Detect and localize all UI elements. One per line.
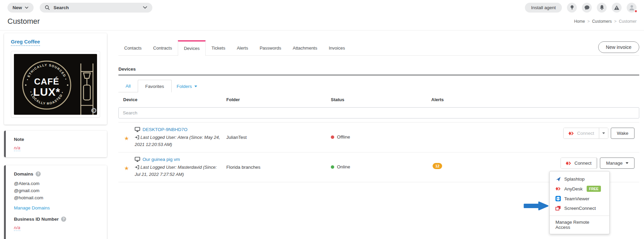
business-id-label-row: Business ID Number ? [14,217,99,222]
lightbulb-icon [569,5,575,10]
device-name-line[interactable]: Our guinea pig vm [135,157,226,162]
notifications-button[interactable] [597,3,607,13]
business-id-value[interactable]: n/a [14,225,20,231]
manage-remote-access-item[interactable]: Manage Remote Access [550,216,609,234]
search-scope-chevron-icon[interactable] [143,6,147,9]
alerts-badge[interactable]: 12 [433,163,442,169]
favorite-star-icon[interactable]: ★ [124,135,129,141]
breadcrumb-home[interactable]: Home [574,19,585,24]
last-logged-text: Last Logged User: Masterdavid (Since: Ju… [135,164,222,178]
chat-button[interactable] [582,3,592,13]
subtab-favorites[interactable]: Favorites [138,80,172,92]
table-row: ★ Our guinea pig vm Last Logged User: Ma… [118,152,639,182]
customer-sidebar: Greg Coffee • ETHICALLY SOURCED • [4,33,107,239]
connect-dropdown-menu: Splashtop AnyDesk FREE [549,171,610,234]
status-cell: Online [331,157,431,169]
domains-help-icon[interactable]: ? [36,171,41,177]
anydesk-icon [555,186,561,191]
connect-button[interactable]: Connect [564,128,599,139]
customer-profile-card: Greg Coffee • ETHICALLY SOURCED • [4,33,107,125]
devices-table-header: Device Folder Status Alerts [118,92,639,107]
tab-alerts[interactable]: Alerts [231,40,254,55]
devices-subtabs: All Favorites Folders [118,80,639,92]
status-cell: Offline [331,127,431,140]
status-text: Online [337,164,350,169]
tab-contracts[interactable]: Contracts [147,40,178,55]
device-name-link[interactable]: DESKTOP-9NBHD7O [143,127,188,132]
menu-item-label: ScreenConnect [564,206,596,211]
note-card: Note n/a [4,131,107,157]
breadcrumb-customers[interactable]: Customers [592,19,612,24]
breadcrumb-separator: > [612,19,619,24]
customer-tabs: Contacts Contracts Devices Tickets Alert… [118,40,639,56]
devices-panel: Devices All Favorites Folders Device Fol… [118,67,639,182]
breadcrumb-current: Customer [619,19,637,24]
connect-options-caret-button[interactable] [599,128,608,139]
whats-new-button[interactable] [567,3,577,13]
devices-section-title: Devices [118,67,639,75]
menu-item-label: Splashtop [564,177,585,182]
menu-item-anydesk[interactable]: AnyDesk FREE [550,184,609,194]
new-invoice-button[interactable]: New invoice [598,41,639,53]
menu-item-screenconnect[interactable]: ScreenConnect [550,203,609,213]
chat-bubble-icon [584,5,590,10]
customer-name-link[interactable]: Greg Coffee [11,39,40,46]
install-agent-button[interactable]: Install agent [525,3,562,13]
monitor-icon [135,127,140,132]
install-agent-label: Install agent [531,5,556,10]
global-search-input[interactable] [53,5,140,11]
subtab-folders[interactable]: Folders [172,80,202,92]
device-search-input[interactable] [118,107,639,118]
business-id-label: Business ID Number [14,217,59,222]
domain-item: @Atera.com [14,180,99,187]
tab-invoices[interactable]: Invoices [323,40,351,55]
tab-contacts[interactable]: Contacts [118,40,147,55]
sign-in-icon [135,165,139,169]
chevron-down-icon [602,132,605,134]
main: Greg Coffee • ETHICALLY SOURCED • [0,31,644,239]
manage-domains-link[interactable]: Manage Domains [14,205,50,210]
system-alerts-button[interactable] [612,3,622,13]
wake-button[interactable]: Wake [611,128,634,139]
sign-in-icon [135,135,139,140]
manage-button[interactable]: Manage [600,158,634,169]
page-title: Customer [7,17,40,26]
menu-item-label: TeamViewer [564,196,589,201]
column-header-status: Status [331,97,431,102]
menu-item-teamviewer[interactable]: TeamViewer [550,194,609,203]
user-avatar[interactable] [627,3,637,13]
page-header: Customer Home>Customers>Customer [0,15,644,31]
alerts-cell: 12 [431,157,561,169]
free-badge: FREE [587,186,601,192]
logo-name-line1: CAFÉ [34,77,59,86]
domains-label: Domains [14,171,33,177]
note-label: Note [14,137,99,142]
status-dot-offline [331,135,334,139]
person-icon [629,4,635,11]
subtab-all[interactable]: All [118,80,138,92]
connect-button[interactable]: Connect [561,158,596,168]
device-name-line[interactable]: DESKTOP-9NBHD7O [135,127,226,132]
device-name-link[interactable]: Our guinea pig vm [143,157,180,162]
remote-connect-icon [568,131,574,136]
row-actions: Connect Manage [561,157,639,169]
note-value[interactable]: n/a [14,145,20,151]
connect-options-caret-button[interactable] [596,158,598,168]
breadcrumb: Home>Customers>Customer [574,19,637,24]
menu-item-splashtop[interactable]: Splashtop [550,174,609,184]
tab-attachments[interactable]: Attachments [287,40,323,55]
topbar-right: Install agent [525,3,637,13]
search-icon [45,5,50,10]
global-search[interactable] [40,3,152,13]
customer-logo-frame[interactable]: • ETHICALLY SOURCED • • LOCALLY ROASTED … [11,51,100,118]
alerts-cell [431,127,561,133]
tab-tickets[interactable]: Tickets [206,40,231,55]
customer-content: Contacts Contracts Devices Tickets Alert… [118,33,639,182]
column-header-alerts: Alerts [431,97,561,102]
device-cell: DESKTOP-9NBHD7O Last Logged User: Atera … [135,127,226,148]
new-button[interactable]: New [7,3,34,13]
tab-devices[interactable]: Devices [178,40,206,56]
favorite-star-icon[interactable]: ★ [124,165,129,171]
tab-passwords[interactable]: Passwords [254,40,287,55]
business-id-help-icon[interactable]: ? [61,217,66,222]
